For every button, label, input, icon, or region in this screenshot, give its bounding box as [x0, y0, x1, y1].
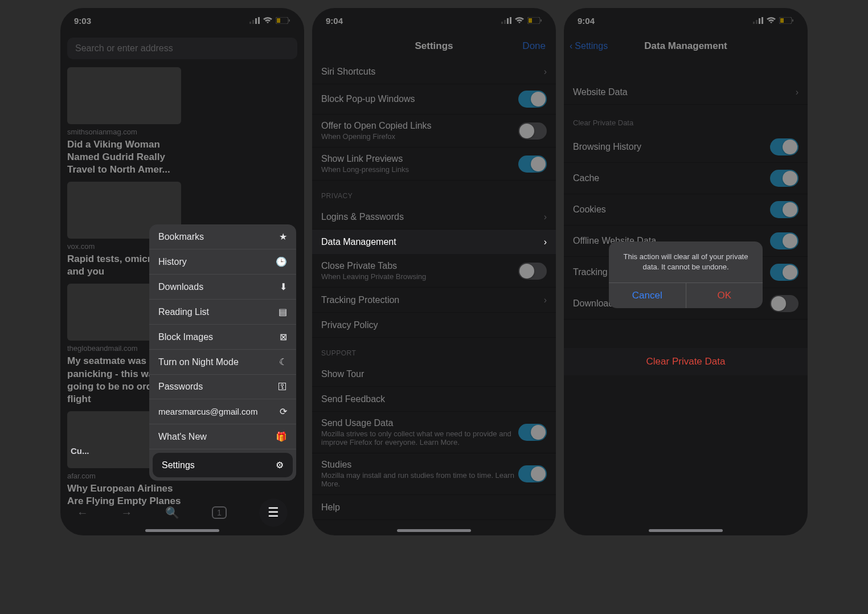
story-thumb [67, 67, 181, 124]
menu-account[interactable]: mearsmarcus@gmail.com⟳ [149, 399, 296, 424]
status-time: 9:04 [326, 16, 343, 26]
toggle-previews[interactable] [518, 155, 547, 173]
toggle-popup[interactable] [518, 91, 547, 108]
signal-icon [753, 17, 763, 24]
menu-downloads[interactable]: Downloads⬇ [149, 275, 296, 300]
menu-history[interactable]: History🕒 [149, 249, 296, 275]
list-icon: ▤ [279, 306, 287, 317]
setting-studies[interactable]: StudiesMozilla may install and run studi… [312, 453, 556, 495]
toggle-browsing-history[interactable]: Browsing History [564, 132, 808, 163]
setting-link-previews[interactable]: Show Link PreviewsWhen Long-pressing Lin… [312, 148, 556, 181]
setting-copied-links[interactable]: Offer to Open Copied LinksWhen Opening F… [312, 114, 556, 148]
setting-data-management[interactable]: Data Management› [312, 230, 556, 255]
screen-browser-home: 9:03 Search or enter address smithsonian… [60, 8, 304, 535]
done-button[interactable]: Done [522, 40, 546, 52]
setting-popup[interactable]: Block Pop-up Windows [312, 84, 556, 114]
svg-rect-2 [255, 18, 257, 24]
moon-icon: ☾ [279, 357, 287, 367]
setting-siri[interactable]: Siri Shortcuts› [312, 59, 556, 84]
menu-night-mode[interactable]: Turn on Night Mode☾ [149, 350, 296, 375]
clear-private-data-button[interactable]: Clear Private Data [564, 348, 808, 375]
clock-icon: 🕒 [276, 256, 287, 267]
setting-privacy-policy[interactable]: Privacy Policy [312, 313, 556, 338]
confirm-alert: This action will clear all of your priva… [609, 241, 763, 308]
chevron-right-icon: › [544, 212, 547, 222]
setting-close-private[interactable]: Close Private TabsWhen Leaving Private B… [312, 255, 556, 288]
setting-show-tour[interactable]: Show Tour [312, 362, 556, 387]
page-title: Settings [415, 40, 453, 52]
menu-bookmarks[interactable]: Bookmarks★ [149, 224, 296, 249]
svg-rect-15 [756, 20, 758, 24]
download-icon: ⬇ [280, 281, 287, 292]
status-time: 9:03 [74, 16, 91, 26]
svg-rect-1 [252, 20, 254, 24]
search-button[interactable]: 🔍 [165, 506, 179, 519]
setting-logins[interactable]: Logins & Passwords› [312, 204, 556, 230]
toggle-usage[interactable] [518, 424, 547, 441]
svg-rect-19 [780, 18, 784, 23]
alert-message: This action will clear all of your priva… [609, 241, 763, 283]
home-indicator [145, 529, 219, 532]
status-indicators [249, 17, 290, 24]
status-bar: 9:04 [564, 8, 808, 33]
setting-usage[interactable]: Send Usage DataMozilla strives to only c… [312, 412, 556, 453]
svg-rect-5 [277, 18, 280, 23]
alert-cancel-button[interactable]: Cancel [609, 283, 686, 308]
gear-icon: ⚙ [276, 460, 284, 470]
svg-rect-3 [258, 17, 260, 24]
menu-button[interactable]: ☰ [259, 498, 288, 527]
customize-label: Cu... [60, 440, 152, 461]
alert-ok-button[interactable]: OK [686, 283, 763, 308]
toggle[interactable] [770, 295, 799, 312]
toggle[interactable] [770, 264, 799, 281]
svg-rect-0 [249, 22, 251, 24]
status-indicators [753, 17, 794, 24]
signal-icon [249, 17, 260, 24]
toggle-cache[interactable]: Cache [564, 163, 808, 194]
svg-rect-6 [289, 19, 290, 22]
toggle-studies[interactable] [518, 465, 547, 482]
wifi-icon [515, 17, 524, 24]
menu-settings[interactable]: Settings⚙ [153, 453, 293, 477]
chevron-right-icon: › [796, 87, 799, 97]
chevron-right-icon: › [544, 237, 547, 247]
forward-button[interactable]: → [121, 506, 132, 519]
data-mgmt-header: ‹Settings Data Management [564, 33, 808, 59]
setting-help[interactable]: Help [312, 495, 556, 520]
screen-data-management: 9:04 ‹Settings Data Management Website D… [564, 8, 808, 535]
setting-website-data[interactable]: Website Data› [564, 80, 808, 105]
status-indicators [501, 17, 542, 24]
svg-rect-13 [541, 19, 542, 22]
toggle-copied[interactable] [518, 122, 547, 140]
back-button[interactable]: ← [77, 506, 88, 519]
menu-block-images[interactable]: Block Images⊠ [149, 325, 296, 350]
toggle[interactable] [770, 138, 799, 155]
svg-rect-8 [504, 20, 506, 24]
battery-icon [527, 17, 542, 24]
chevron-left-icon: ‹ [570, 41, 572, 51]
svg-rect-9 [507, 18, 509, 24]
tabs-button[interactable]: 1 [212, 506, 227, 519]
home-indicator [649, 529, 723, 532]
sync-icon: ⟳ [280, 406, 287, 417]
toggle[interactable] [770, 232, 799, 249]
settings-list[interactable]: Siri Shortcuts› Block Pop-up Windows Off… [312, 59, 556, 535]
toggle-cookies[interactable]: Cookies [564, 194, 808, 226]
menu-whats-new[interactable]: What's New🎁 [149, 424, 296, 449]
home-indicator [397, 529, 471, 532]
menu-reading-list[interactable]: Reading List▤ [149, 300, 296, 325]
svg-rect-20 [792, 19, 793, 22]
toggle[interactable] [770, 170, 799, 187]
toggle[interactable] [770, 201, 799, 218]
status-bar: 9:03 [60, 8, 304, 33]
setting-tracking[interactable]: Tracking Protection› [312, 288, 556, 313]
toggle-close-private[interactable] [518, 263, 547, 280]
menu-passwords[interactable]: Passwords⚿ [149, 375, 296, 399]
svg-rect-17 [761, 17, 763, 24]
setting-feedback[interactable]: Send Feedback [312, 387, 556, 412]
screen-settings: 9:04 Settings Done Siri Shortcuts› Block… [312, 8, 556, 535]
section-support: SUPPORT [312, 338, 556, 362]
search-input[interactable]: Search or enter address [67, 38, 297, 59]
story-card[interactable]: smithsonianmag.com Did a Viking Woman Na… [67, 67, 181, 176]
back-button[interactable]: ‹Settings [570, 41, 608, 51]
